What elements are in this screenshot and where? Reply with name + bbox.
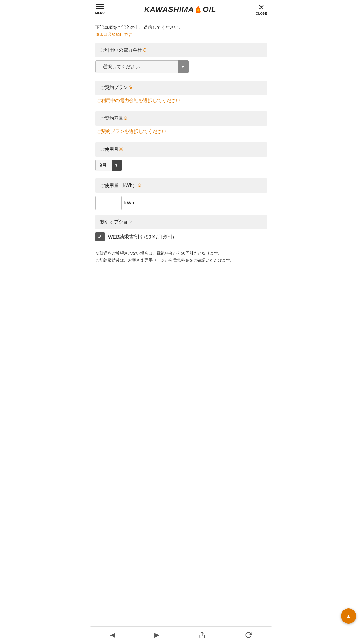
discount-option-section: 割引オプション WEB請求書割引(50￥/月割引) — [95, 215, 267, 242]
discount-checkbox-label: WEB請求書割引(50￥/月割引) — [108, 234, 174, 240]
discount-checkbox[interactable] — [95, 232, 105, 242]
required-mark-plan: ※ — [128, 85, 133, 90]
kwh-input-row: kWh — [95, 196, 267, 210]
kwh-unit: kWh — [124, 200, 134, 206]
hamburger-icon — [96, 4, 104, 5]
usage-kwh-section: ご使用量（kWh）※ kWh — [95, 178, 267, 210]
kwh-input[interactable] — [95, 196, 122, 210]
menu-button[interactable]: MENU — [95, 4, 105, 15]
contract-plan-section: ご契約プラン※ ご利用中の電力会社を選択してください — [95, 80, 267, 107]
logo-text-2: OIL — [203, 5, 216, 14]
logo-text: KAWASHIMA — [144, 5, 194, 14]
instruction-text: 下記事項をご記入の上、送信してください。 — [95, 25, 267, 30]
month-select-wrapper: 1月 2月 3月 4月 5月 6月 7月 8月 9月 10月 11月 12月 — [95, 160, 122, 171]
divider — [95, 246, 267, 246]
contract-capacity-hint: ご契約プランを選択してください — [95, 126, 267, 138]
usage-month-label: ご使用月※ — [95, 142, 267, 157]
electric-company-select[interactable]: --選択してください-- 北海道電力 東北電力 東京電力 中部電力 北陸電力 関… — [95, 60, 189, 73]
hamburger-icon — [96, 6, 104, 7]
month-select[interactable]: 1月 2月 3月 4月 5月 6月 7月 8月 9月 10月 11月 12月 — [95, 160, 122, 171]
menu-label: MENU — [95, 11, 105, 15]
required-mark: ※ — [142, 48, 147, 52]
electric-company-section: ご利用中の電力会社※ --選択してください-- 北海道電力 東北電力 東京電力 … — [95, 43, 267, 76]
required-mark-capacity: ※ — [123, 116, 128, 121]
required-mark-month: ※ — [119, 147, 123, 152]
flame-icon — [195, 5, 201, 13]
note-text: ※郵送をご希望されない場合は、電気料金から50円引きとなります。 ご契約締結後は… — [95, 250, 267, 264]
usage-kwh-label: ご使用量（kWh）※ — [95, 178, 267, 193]
logo: KAWASHIMA OIL — [144, 5, 216, 14]
required-mark-kwh: ※ — [137, 183, 142, 188]
app-header: MENU KAWASHIMA OIL ✕ CLOSE — [91, 0, 272, 19]
contract-capacity-label: ご契約容量※ — [95, 111, 267, 126]
discount-checkbox-row[interactable]: WEB請求書割引(50￥/月割引) — [95, 232, 267, 242]
electric-company-select-wrapper: --選択してください-- 北海道電力 東北電力 東京電力 中部電力 北陸電力 関… — [95, 60, 189, 73]
required-note: ※印は必須項目です — [95, 32, 267, 37]
contract-plan-label: ご契約プラン※ — [95, 80, 267, 95]
close-label: CLOSE — [256, 12, 267, 15]
discount-option-label: 割引オプション — [95, 215, 267, 229]
main-content: 下記事項をご記入の上、送信してください。 ※印は必須項目です ご利用中の電力会社… — [91, 19, 272, 276]
close-button[interactable]: ✕ CLOSE — [256, 4, 267, 15]
usage-month-section: ご使用月※ 1月 2月 3月 4月 5月 6月 7月 8月 9月 10月 11月… — [95, 142, 267, 174]
close-icon: ✕ — [258, 4, 265, 11]
contract-capacity-section: ご契約容量※ ご契約プランを選択してください — [95, 111, 267, 138]
hamburger-icon — [96, 8, 104, 9]
electric-company-label: ご利用中の電力会社※ — [95, 43, 267, 57]
contract-plan-hint: ご利用中の電力会社を選択してください — [95, 95, 267, 107]
